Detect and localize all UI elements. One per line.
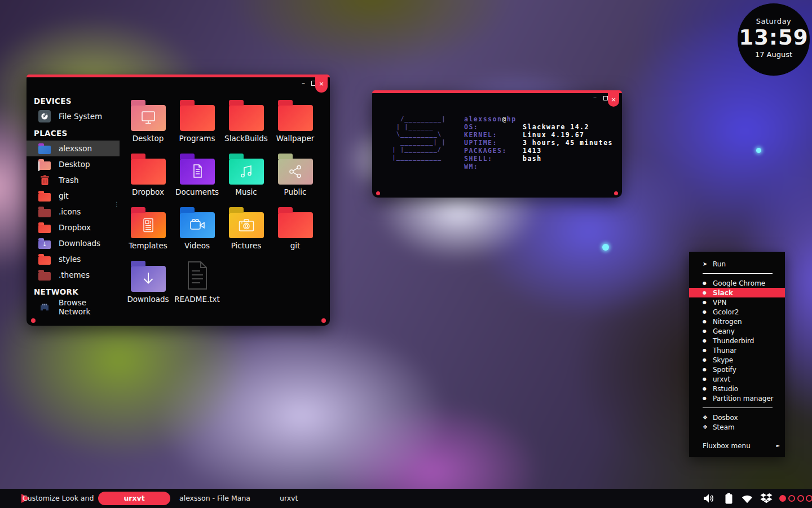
sidebar-item-git[interactable]: git [27,188,120,204]
info-line: UPTIME:3 hours, 45 minutes [464,139,613,147]
resize-grip[interactable] [31,318,36,323]
menu-item-fluxbox-menu[interactable]: Fluxbox menu► [689,441,785,450]
file-label: Pictures [231,241,261,250]
file-icon-git[interactable]: git [271,206,320,260]
menu-item-gcolor2[interactable]: ●Gcolor2 [689,307,785,317]
battery-icon[interactable] [722,493,735,504]
sidebar-header-devices: DEVICES [27,94,120,108]
sidebar-item-dot-icons[interactable]: .icons [27,204,120,220]
folder-music-icon [229,159,264,185]
sidebar-item-alexsson[interactable]: alexsson [27,141,120,156]
resize-grip[interactable] [376,191,380,195]
menu-item-nitrogen[interactable]: ●Nitrogen [689,317,785,326]
menu-item-google-chrome[interactable]: ●Google Chrome [689,278,785,288]
file-icon-templates[interactable]: Templates [123,206,173,260]
dot-bullet-icon: ● [703,300,708,305]
sidebar-item-label: .themes [59,270,90,279]
resize-grip[interactable] [321,318,326,323]
menu-item-vpn[interactable]: ●VPN [689,297,785,307]
pane-splitter-handle[interactable]: ⋮ [114,202,120,207]
volume-icon[interactable] [703,493,715,504]
sidebar-item-label: File System [59,112,102,121]
file-icon-slackbuilds[interactable]: SlackBuilds [222,99,271,152]
file-icon-pictures[interactable]: Pictures [222,206,271,260]
menu-item-run[interactable]: ➤Run [689,259,785,269]
sidebar-item-label: Browse Network [59,298,120,316]
task-urxvt-active[interactable]: urxvt [98,492,170,505]
clock-date: 17 August [738,50,810,59]
menu-item-slack[interactable]: ●Slack [689,288,785,297]
sidebar-item-dot-themes[interactable]: .themes [27,267,120,283]
sidebar-item-dropbox[interactable]: Dropbox [27,220,120,235]
wifi-icon[interactable] [741,493,753,504]
hard-disk-icon [38,110,51,122]
dot-bullet-icon: ● [703,348,708,353]
run-arrow-icon: ➤ [703,261,708,267]
menu-item-thunar[interactable]: ●Thunar [689,345,785,355]
dot-bullet-icon: ● [703,338,708,343]
sidebar-item-desktop[interactable]: Desktop [27,156,120,172]
maximize-button[interactable] [603,95,608,102]
dot-bullet-icon: ● [703,281,708,286]
menu-item-urxvt[interactable]: ●urxvt [689,374,785,384]
task-customize-look[interactable]: Customize Look and [23,489,94,508]
file-icon-downloads[interactable]: Downloads [123,260,173,313]
folder-red-icon [131,159,166,185]
file-label: Programs [179,134,215,143]
workspace-dot-1[interactable] [779,495,786,502]
file-icon-documents[interactable]: Documents [173,152,222,206]
file-manager-titlebar[interactable]: – × [27,77,330,91]
dot-bullet-icon: ● [703,367,708,372]
file-icon-wallpaper[interactable]: Wallpaper [271,99,320,152]
resize-grip[interactable] [614,191,618,195]
sidebar-item-styles[interactable]: styles [27,251,120,267]
file-icon-public[interactable]: Public [271,152,320,206]
file-icon-music[interactable]: Music [222,152,271,206]
file-label: Public [284,187,307,196]
menu-item-partition-manager[interactable]: ●Partition manager [689,393,785,403]
workspace-dot-4[interactable] [806,495,812,502]
flower-center-dot [756,148,761,153]
dropbox-icon[interactable] [760,493,773,504]
menu-item-skype[interactable]: ●Skype [689,355,785,365]
file-icon-programs[interactable]: Programs [173,99,222,152]
sidebar-item-downloads[interactable]: ↓ Downloads [27,235,120,251]
sidebar-item-browse-network[interactable]: Browse Network [27,299,120,315]
minimize-button[interactable]: – [593,94,597,101]
file-icon-videos[interactable]: Videos [173,206,222,260]
file-icon-dropbox[interactable]: Dropbox [123,152,173,206]
folder-templates-icon [131,212,166,238]
file-label: Templates [129,241,167,250]
sidebar-item-file-system[interactable]: File System [27,108,120,124]
task-urxvt[interactable]: urxvt [280,489,298,508]
task-file-manager[interactable]: alexsson - File Mana [179,489,250,508]
info-line: SHELL:bash [464,155,613,163]
close-button[interactable]: × [608,93,619,107]
dot-bullet-icon: ● [703,386,708,391]
file-label: Videos [184,241,210,250]
sidebar-item-trash[interactable]: Trash [27,172,120,188]
diamond-bullet-icon: ❖ [703,424,708,430]
menu-item-spotify[interactable]: ●Spotify [689,365,785,374]
file-icon-readme[interactable]: README.txt [173,260,222,313]
file-icon-desktop[interactable]: Desktop [123,99,173,152]
sidebar-item-label: alexsson [59,144,92,153]
workspace-dot-2[interactable] [788,495,795,502]
dot-bullet-icon: ● [703,329,708,334]
menu-item-geany[interactable]: ●Geany [689,326,785,336]
menu-item-thunderbird[interactable]: ●Thunderbird [689,336,785,345]
file-label: Wallpaper [276,134,315,143]
minimize-button[interactable]: – [302,80,305,86]
menu-item-dosbox[interactable]: ❖Dosbox [689,413,785,422]
folder-downloads-icon [131,266,166,292]
menu-item-steam[interactable]: ❖Steam [689,422,785,432]
system-info: alexsson@hp OS:Slackware 14.2 KERNEL:Lin… [464,115,613,170]
slackware-ascii-logo: /_________| | |______ \_________\ ______… [388,115,446,161]
desktop: Saturday 13:59 17 August – × DEVICES Fil… [0,0,812,508]
close-button[interactable]: × [315,77,328,93]
workspace-dot-3[interactable] [797,495,804,502]
terminal-titlebar[interactable]: – × [372,93,622,103]
file-grid: Desktop Programs SlackBuilds Wallpaper D… [123,99,320,313]
taskbar: Customize Look and urxvt alexsson - File… [0,489,812,508]
menu-item-rstudio[interactable]: ●Rstudio [689,384,785,393]
